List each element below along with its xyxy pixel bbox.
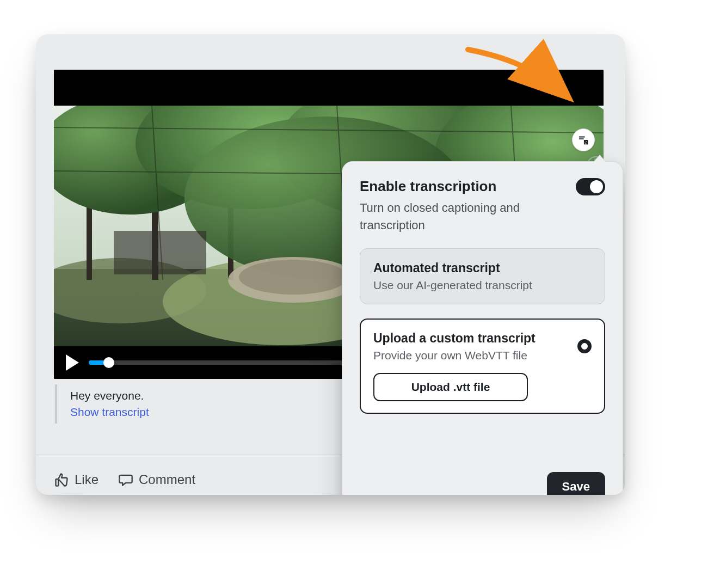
progress-knob[interactable]	[103, 357, 114, 368]
save-button[interactable]: Save	[547, 472, 605, 495]
transcription-toggle[interactable]	[576, 178, 605, 195]
comment-button[interactable]: Comment	[118, 472, 195, 487]
like-button[interactable]: Like	[54, 472, 99, 487]
svg-rect-33	[56, 479, 59, 486]
comment-label: Comment	[139, 472, 195, 487]
svg-rect-20	[114, 231, 206, 274]
popover-title: Enable transcription	[360, 178, 556, 195]
play-button[interactable]	[66, 354, 79, 371]
svg-point-22	[239, 260, 348, 295]
like-label: Like	[75, 472, 99, 487]
option-upload-transcript[interactable]: Upload a custom transcript Provide your …	[360, 318, 605, 414]
toggle-knob	[590, 180, 603, 193]
post-card: A Hey everyone. Show transcript Like	[36, 34, 625, 495]
popover-subtitle: Turn on closed captioning and transcript…	[360, 199, 556, 234]
option-automated-title: Automated transcript	[373, 261, 592, 275]
radio-selected-icon	[577, 339, 592, 353]
option-automated-subtitle: Use our AI-generated transcript	[373, 279, 592, 292]
transcription-popover: Enable transcription Turn on closed capt…	[342, 161, 623, 495]
comment-icon	[118, 472, 133, 487]
transcript-toggle-button[interactable]: A	[572, 128, 595, 151]
option-upload-title: Upload a custom transcript	[373, 331, 568, 346]
video-letterbox-top	[54, 70, 604, 106]
upload-vtt-button[interactable]: Upload .vtt file	[373, 373, 528, 401]
transcript-icon: A	[577, 134, 589, 146]
option-upload-subtitle: Provide your own WebVTT file	[373, 349, 568, 362]
svg-text:A: A	[585, 139, 588, 144]
thumbs-up-icon	[54, 472, 69, 487]
popover-caret	[593, 155, 606, 163]
option-automated-transcript[interactable]: Automated transcript Use our AI-generate…	[360, 248, 605, 304]
